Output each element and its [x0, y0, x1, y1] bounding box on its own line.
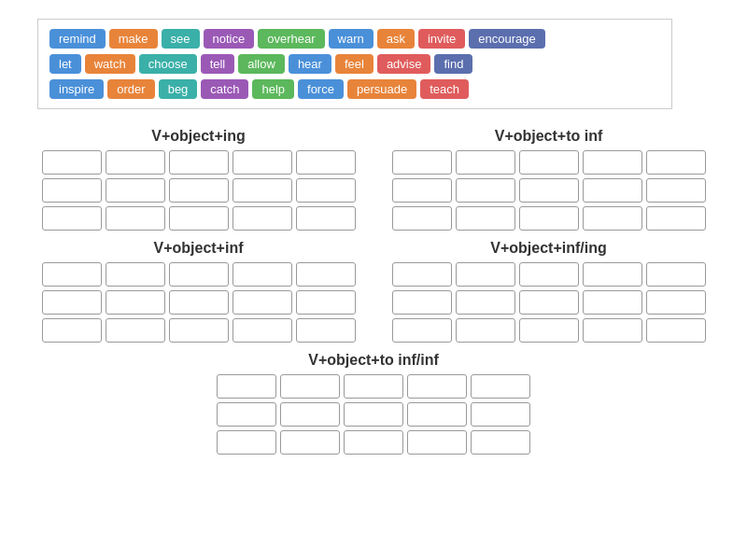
word-chip-choose[interactable]: choose [139, 54, 197, 74]
drop-box[interactable] [344, 374, 403, 399]
drop-box[interactable] [106, 178, 165, 203]
drop-box[interactable] [42, 178, 102, 203]
drop-box[interactable] [392, 290, 452, 315]
drop-box[interactable] [233, 206, 292, 231]
drop-box[interactable] [42, 318, 102, 343]
drop-box[interactable] [169, 318, 229, 343]
drop-box[interactable] [169, 262, 229, 287]
word-chip-advise[interactable]: advise [377, 54, 431, 74]
drop-box[interactable] [583, 318, 642, 343]
drop-box[interactable] [407, 430, 467, 455]
drop-box[interactable] [583, 206, 642, 231]
drop-box[interactable] [407, 374, 467, 399]
drop-box[interactable] [217, 430, 276, 455]
drop-box[interactable] [646, 178, 706, 203]
drop-box[interactable] [456, 178, 515, 203]
drop-box[interactable] [519, 318, 579, 343]
drop-box[interactable] [519, 290, 579, 315]
drop-box[interactable] [106, 262, 165, 287]
drop-box[interactable] [456, 318, 515, 343]
drop-box[interactable] [42, 206, 102, 231]
word-chip-invite[interactable]: invite [418, 29, 465, 49]
drop-box[interactable] [233, 290, 292, 315]
drop-box[interactable] [106, 150, 165, 175]
word-chip-see[interactable]: see [162, 29, 200, 49]
drop-box[interactable] [392, 206, 452, 231]
drop-box[interactable] [169, 290, 229, 315]
word-chip-beg[interactable]: beg [159, 79, 198, 99]
drop-box[interactable] [646, 150, 706, 175]
drop-box[interactable] [519, 206, 579, 231]
word-chip-catch[interactable]: catch [201, 79, 248, 99]
word-chip-inspire[interactable]: inspire [49, 79, 104, 99]
drop-box[interactable] [169, 178, 229, 203]
drop-box[interactable] [296, 206, 356, 231]
drop-box[interactable] [217, 402, 276, 427]
word-chip-notice[interactable]: notice [204, 29, 255, 49]
drop-box[interactable] [456, 206, 515, 231]
word-chip-remind[interactable]: remind [49, 29, 106, 49]
drop-box[interactable] [583, 178, 642, 203]
word-chip-feel[interactable]: feel [335, 54, 374, 74]
drop-box[interactable] [169, 206, 229, 231]
drop-box[interactable] [106, 318, 165, 343]
drop-box[interactable] [646, 290, 706, 315]
drop-box[interactable] [583, 150, 642, 175]
drop-box[interactable] [456, 150, 515, 175]
drop-box[interactable] [233, 178, 292, 203]
drop-box[interactable] [344, 430, 403, 455]
drop-box[interactable] [471, 430, 530, 455]
drop-box[interactable] [519, 262, 579, 287]
drop-box[interactable] [296, 262, 356, 287]
word-chip-tell[interactable]: tell [201, 54, 235, 74]
drop-box[interactable] [296, 290, 356, 315]
word-chip-help[interactable]: help [252, 79, 294, 99]
drop-box[interactable] [519, 178, 579, 203]
word-chip-hear[interactable]: hear [289, 54, 331, 74]
drop-box[interactable] [280, 402, 340, 427]
drop-box[interactable] [583, 262, 642, 287]
drop-box[interactable] [456, 290, 515, 315]
drop-box[interactable] [392, 262, 452, 287]
drop-box[interactable] [296, 178, 356, 203]
drop-box[interactable] [296, 150, 356, 175]
drop-box[interactable] [217, 374, 276, 399]
drop-box[interactable] [280, 430, 340, 455]
word-chip-allow[interactable]: allow [238, 54, 285, 74]
drop-box[interactable] [344, 402, 403, 427]
drop-box[interactable] [106, 290, 165, 315]
word-chip-watch[interactable]: watch [85, 54, 135, 74]
word-chip-order[interactable]: order [107, 79, 154, 99]
word-chip-force[interactable]: force [298, 79, 344, 99]
drop-box[interactable] [392, 178, 452, 203]
word-chip-persuade[interactable]: persuade [347, 79, 416, 99]
word-chip-let[interactable]: let [49, 54, 81, 74]
drop-box[interactable] [646, 206, 706, 231]
word-chip-make[interactable]: make [109, 29, 158, 49]
drop-box[interactable] [169, 150, 229, 175]
drop-box[interactable] [583, 290, 642, 315]
drop-box[interactable] [42, 150, 102, 175]
drop-box[interactable] [407, 402, 467, 427]
word-chip-teach[interactable]: teach [420, 79, 469, 99]
drop-box[interactable] [456, 262, 515, 287]
drop-box[interactable] [471, 402, 530, 427]
drop-box[interactable] [646, 262, 706, 287]
drop-box[interactable] [233, 318, 292, 343]
drop-box[interactable] [280, 374, 340, 399]
word-chip-ask[interactable]: ask [377, 29, 415, 49]
drop-box[interactable] [646, 318, 706, 343]
drop-box[interactable] [42, 262, 102, 287]
drop-box[interactable] [42, 290, 102, 315]
word-chip-warn[interactable]: warn [329, 29, 374, 49]
drop-box[interactable] [471, 374, 530, 399]
drop-box[interactable] [392, 318, 452, 343]
word-chip-find[interactable]: find [434, 54, 472, 74]
drop-box[interactable] [296, 318, 356, 343]
word-chip-overhear[interactable]: overhear [258, 29, 324, 49]
drop-box[interactable] [392, 150, 452, 175]
drop-box[interactable] [233, 262, 292, 287]
drop-box[interactable] [106, 206, 165, 231]
word-chip-encourage[interactable]: encourage [469, 29, 544, 49]
drop-box[interactable] [519, 150, 579, 175]
